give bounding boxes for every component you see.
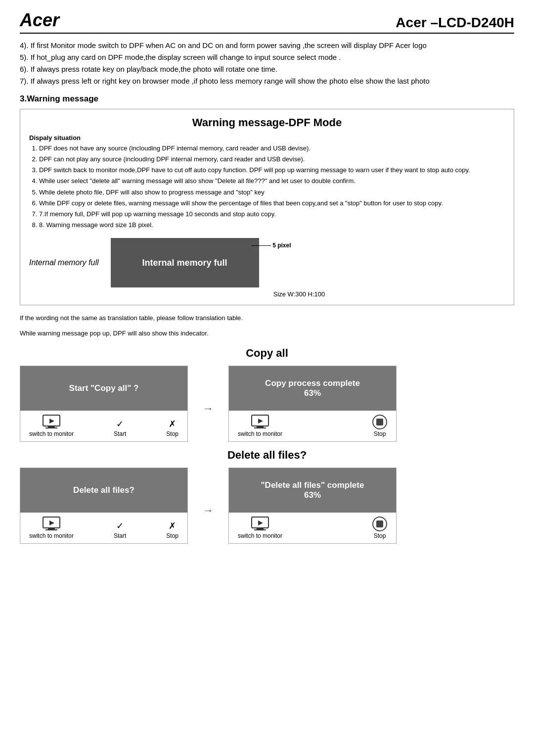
svg-marker-11 — [49, 520, 54, 525]
copy-controls-row: switch to monitor ✓ Start ✗ Stop — [26, 415, 181, 437]
delete-left-panel: Delete all files? switch to monitor — [20, 468, 188, 544]
warning-list: DPF does not have any source (inclouding… — [39, 143, 505, 230]
delete-stop-label-left: Stop — [166, 532, 178, 539]
copy-start-controls: switch to monitor ✓ Start ✗ Stop — [20, 411, 187, 441]
delete-stop-circle-icon[interactable] — [372, 517, 387, 531]
switch-monitor-ctrl: switch to monitor — [29, 415, 74, 437]
memory-box-text: Internal memory full — [142, 258, 227, 268]
svg-marker-7 — [258, 419, 263, 424]
switch-monitor-label: switch to monitor — [29, 430, 74, 437]
brand-name: Acer — [20, 10, 59, 31]
delete-start-check-icon[interactable]: ✓ — [116, 520, 124, 531]
warning-item-2: DPF can not play any source (inclouding … — [39, 154, 505, 164]
note1: If the wording not the same as translati… — [20, 314, 514, 322]
delete-start-ctrl[interactable]: ✓ Start — [114, 520, 126, 539]
copy-left-panel: Start "Copy all" ? — [20, 366, 188, 442]
stop-ctrl-left[interactable]: ✗ Stop — [166, 419, 178, 437]
delete-complete-controls: switch to monitor Stop — [229, 513, 396, 543]
note2: While warning message pop up, DPF will a… — [20, 330, 514, 337]
copy-start-text: Start "Copy all" ? — [20, 366, 187, 411]
copy-complete-text: Copy process complete 63% — [229, 366, 396, 411]
delete-switch-monitor-label: switch to monitor — [29, 532, 74, 539]
svg-marker-3 — [49, 419, 54, 424]
delete-stop-label-right: Stop — [374, 532, 386, 539]
intro-line5: 5). If hot_plug any card on DPF mode,the… — [20, 51, 514, 63]
warning-item-8: 8. Warning message word size 1B pixel. — [39, 220, 505, 230]
memory-full-label: Internal memory full — [29, 258, 99, 267]
stop-ctrl-right[interactable]: Stop — [372, 415, 387, 437]
stop-label-right: Stop — [374, 430, 386, 437]
delete-right-panel: "Delete all files" complete 63% swit — [228, 468, 397, 544]
model-name: Acer –LCD-D240H — [396, 15, 514, 31]
start-ctrl[interactable]: ✓ Start — [114, 419, 126, 437]
delete-switch-monitor-ctrl-right: switch to monitor — [238, 517, 282, 539]
copy-right-panel: Copy process complete 63% switch to — [228, 366, 397, 442]
delete-switch-monitor-label-right: switch to monitor — [238, 532, 282, 539]
delete-start-text: Delete all files? — [20, 468, 187, 513]
copy-complete-controls: switch to monitor Stop — [229, 411, 396, 441]
warning-item-6: While DPF copy or delete files, warning … — [39, 198, 505, 208]
delete-dialogs-row: Delete all files? switch to monitor — [20, 468, 514, 544]
stop-circle-icon[interactable] — [372, 415, 387, 429]
stop-label-left: Stop — [166, 430, 178, 437]
intro-line7: 7). If always press left or right key on… — [20, 75, 514, 87]
delete-start-dialog: Delete all files? switch to monitor — [20, 468, 188, 544]
delete-monitor-icon — [43, 517, 60, 531]
delete-section: Delete all files? Delete all files? — [20, 449, 514, 544]
start-check-icon[interactable]: ✓ — [116, 419, 124, 429]
warning-message-box: Warning message-DPF Mode Dispaly situati… — [20, 109, 514, 305]
delete-start-controls: switch to monitor ✓ Start ✗ Stop — [20, 513, 187, 543]
copy-complete-dialog: Copy process complete 63% switch to — [228, 366, 397, 442]
warning-box-heading: Warning message-DPF Mode — [29, 116, 505, 129]
copy-right-controls-row: switch to monitor Stop — [235, 415, 390, 437]
delete-stop-ctrl-right[interactable]: Stop — [372, 517, 387, 539]
copy-section: Copy all Start "Copy all" ? — [20, 347, 514, 442]
warning-item-7: 7.If memory full, DPF will pop up warnin… — [39, 209, 505, 219]
copy-dialogs-row: Start "Copy all" ? — [20, 366, 514, 442]
delete-stop-x-icon[interactable]: ✗ — [169, 520, 176, 531]
warning-item-1: DPF does not have any source (inclouding… — [39, 143, 505, 153]
warning-item-4: While user select "delete all" warning m… — [39, 176, 505, 186]
intro-line6: 6). If always press rotate key on play/b… — [20, 63, 514, 75]
stop-square — [376, 419, 383, 425]
warning-item-3: DPF switch back to monitor mode,DPF have… — [39, 165, 505, 175]
delete-monitor-icon-right — [251, 517, 269, 531]
memory-full-box: Internal memory full 5 pixel — [111, 238, 259, 287]
memory-demo: Internal memory full Internal memory ful… — [29, 238, 505, 287]
delete-complete-dialog: "Delete all files" complete 63% swit — [228, 468, 397, 544]
delete-controls-row: switch to monitor ✓ Start ✗ Stop — [26, 517, 181, 539]
delete-start-label: Start — [114, 532, 126, 539]
delete-section-title: Delete all files? — [20, 449, 514, 462]
delete-right-controls-row: switch to monitor Stop — [235, 517, 390, 539]
switch-monitor-ctrl-right: switch to monitor — [238, 415, 282, 437]
monitor-icon — [43, 415, 60, 429]
delete-stop-ctrl-left[interactable]: ✗ Stop — [166, 520, 178, 539]
start-label: Start — [114, 430, 126, 437]
delete-arrow: → — [203, 468, 214, 544]
switch-monitor-label-right: switch to monitor — [238, 430, 282, 437]
warning-item-5: While delete photo file, DPF will also s… — [39, 188, 505, 197]
size-note: Size W:300 H:100 — [93, 290, 505, 298]
monitor-icon-right — [251, 415, 269, 429]
copy-arrow: → — [203, 366, 214, 442]
delete-stop-square — [376, 520, 383, 527]
intro-block: 4). If first Monitor mode switch to DPF … — [20, 40, 514, 87]
copy-start-dialog: Start "Copy all" ? — [20, 366, 188, 442]
intro-line4: 4). If first Monitor mode switch to DPF … — [20, 40, 514, 51]
warning-section-title: 3.Warning message — [20, 94, 514, 104]
display-situation-label: Dispaly situation — [29, 134, 505, 142]
svg-marker-15 — [258, 520, 263, 525]
page-header: Acer Acer –LCD-D240H — [20, 10, 514, 34]
copy-section-title: Copy all — [20, 347, 514, 360]
pixel-note: 5 pixel — [251, 242, 291, 249]
delete-switch-monitor-ctrl: switch to monitor — [29, 517, 74, 539]
warning-section: 3.Warning message Warning message-DPF Mo… — [20, 94, 514, 337]
stop-x-icon[interactable]: ✗ — [169, 419, 176, 429]
delete-complete-text: "Delete all files" complete 63% — [229, 468, 396, 513]
